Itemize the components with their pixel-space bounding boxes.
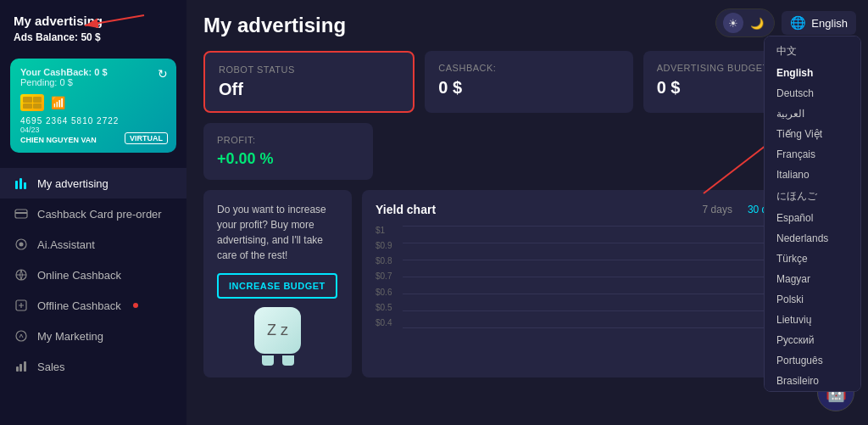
lang-item-ar[interactable]: العربية xyxy=(765,103,860,124)
sidebar-item-cashback-card[interactable]: Cashback Card pre-order xyxy=(0,199,186,229)
robot-sleep-icon: Z z xyxy=(267,322,288,339)
language-trigger[interactable]: 🌐 English xyxy=(782,11,856,35)
y-label-08: $0.8 xyxy=(376,256,399,266)
robot-status-label: ROBOT STATUS xyxy=(219,64,399,75)
robot-status-value: Off xyxy=(219,80,399,99)
profit-label: PROFIT: xyxy=(217,135,359,145)
lang-item-ru[interactable]: Русский xyxy=(765,330,860,350)
sidebar-title-text: My advertising xyxy=(14,14,103,28)
svg-rect-2 xyxy=(24,182,26,189)
nav-label-sales: Sales xyxy=(37,361,65,373)
globe-icon: 🌐 xyxy=(790,15,806,31)
promo-card: Do you want to increase your profit? Buy… xyxy=(203,190,352,377)
card-icon xyxy=(14,206,29,221)
sun-icon: ☀ xyxy=(728,17,738,30)
online-icon xyxy=(14,267,29,282)
chip-icon xyxy=(20,94,44,111)
lang-item-it[interactable]: Italiano xyxy=(765,165,860,185)
nav-label-offline-cashback: Offline Cashback xyxy=(37,299,121,312)
sidebar-item-my-advertising[interactable]: My advertising xyxy=(0,168,186,199)
svg-rect-12 xyxy=(24,361,26,372)
theme-moon-button[interactable]: 🌙 xyxy=(747,13,767,33)
robot-foot-right xyxy=(282,355,294,366)
lang-item-pl[interactable]: Polski xyxy=(765,289,860,310)
lang-item-es[interactable]: Español xyxy=(765,208,860,228)
theme-toggle[interactable]: ☀ 🌙 xyxy=(715,8,775,37)
nav-label-my-marketing: My Marketing xyxy=(37,330,103,343)
lang-item-de[interactable]: Deutsch xyxy=(765,83,860,103)
sidebar-item-offline-cashback[interactable]: Offline Cashback xyxy=(0,290,186,321)
lang-item-zh[interactable]: 中文 xyxy=(765,40,860,63)
card-number: 4695 2364 5810 2722 xyxy=(20,116,166,126)
theme-sun-button[interactable]: ☀ xyxy=(723,13,743,33)
stats-row-2: PROFIT: +0.00 % xyxy=(203,123,851,180)
ads-balance-label: Ads Balance: xyxy=(14,31,78,43)
chart-y-labels: $1 $0.9 $0.8 $0.7 $0.6 $0.5 $0.4 xyxy=(376,226,399,327)
robot-illustration: Z z xyxy=(217,307,338,366)
lang-item-br[interactable]: Brasileiro xyxy=(765,371,860,391)
lang-item-nl[interactable]: Nederlands xyxy=(765,228,860,249)
cashback-pending: Pending: 0 $ xyxy=(20,77,166,87)
svg-rect-11 xyxy=(19,364,22,372)
svg-point-6 xyxy=(19,243,24,247)
language-dropdown: 中文 English Deutsch العربية Tiếng Việt Fr… xyxy=(764,36,861,392)
wifi-icon: 📶 xyxy=(51,96,65,109)
robot-foot-left xyxy=(262,355,274,366)
y-label-04: $0.4 xyxy=(376,318,399,327)
lang-item-lt[interactable]: Lietuvių xyxy=(765,310,860,330)
y-label-1: $1 xyxy=(376,226,399,235)
bottom-row: Do you want to increase your profit? Buy… xyxy=(203,190,851,377)
increase-budget-button[interactable]: INCREASE BUDGET xyxy=(217,273,337,299)
ai-icon xyxy=(14,237,29,252)
selected-language: English xyxy=(811,17,848,30)
robot-body-container: Z z xyxy=(250,307,305,366)
refresh-icon[interactable]: ↻ xyxy=(158,67,168,81)
robot-body: Z z xyxy=(254,307,301,354)
offline-cashback-dot xyxy=(133,303,138,308)
ads-balance: Ads Balance: 50 $ xyxy=(14,31,173,43)
y-label-05: $0.5 xyxy=(376,303,399,312)
svg-rect-10 xyxy=(16,366,19,372)
sidebar-header: My advertising Ads Balance: 50 $ xyxy=(0,0,186,50)
nav-label-cashback-card: Cashback Card pre-order xyxy=(37,208,162,221)
ads-balance-value: 50 $ xyxy=(81,31,100,43)
sidebar: My advertising Ads Balance: 50 $ Your Ca… xyxy=(0,0,186,425)
period-7-days[interactable]: 7 days xyxy=(699,202,736,217)
sidebar-title: My advertising xyxy=(14,14,173,28)
lang-item-fr[interactable]: Français xyxy=(765,144,860,165)
lang-item-en[interactable]: English xyxy=(765,63,860,83)
yield-chart-title: Yield chart xyxy=(376,203,436,216)
y-label-09: $0.9 xyxy=(376,241,399,250)
promo-text: Do you want to increase your profit? Buy… xyxy=(217,202,338,263)
lang-item-vi[interactable]: Tiếng Việt xyxy=(765,124,860,144)
nav-label-my-advertising: My advertising xyxy=(37,177,108,190)
lang-item-tr[interactable]: Türkçe xyxy=(765,249,860,269)
sidebar-item-my-marketing[interactable]: My Marketing xyxy=(0,321,186,351)
stats-row-1: ROBOT STATUS Off CASHBACK: 0 $ ADVERTISI… xyxy=(203,51,851,113)
card-chip-row: 📶 xyxy=(20,94,166,111)
robot-status-card: ROBOT STATUS Off xyxy=(203,51,415,113)
lang-item-pt[interactable]: Português xyxy=(765,350,860,371)
svg-rect-0 xyxy=(15,181,18,189)
y-label-07: $0.7 xyxy=(376,271,399,281)
language-selector[interactable]: 🌐 English xyxy=(782,11,856,35)
nav-label-ai-assistant: Ai.Assistant xyxy=(37,238,95,251)
chip-lines xyxy=(23,97,42,109)
lang-item-ja[interactable]: にほんご xyxy=(765,185,860,208)
svg-rect-1 xyxy=(19,178,22,189)
profit-card: PROFIT: +0.00 % xyxy=(203,123,373,180)
cashback-label: CASHBACK: xyxy=(438,63,619,73)
profit-value: +0.00 % xyxy=(217,150,359,168)
moon-icon: 🌙 xyxy=(750,17,764,30)
sidebar-item-ai-assistant[interactable]: Ai.Assistant xyxy=(0,229,186,260)
lang-item-hu[interactable]: Magyar xyxy=(765,269,860,289)
svg-rect-4 xyxy=(15,212,27,214)
virtual-badge: VIRTUAL xyxy=(125,132,168,144)
cashback-card-title: Your CashBack: 0 $ xyxy=(20,67,166,77)
sidebar-item-online-cashback[interactable]: Online Cashback xyxy=(0,260,186,290)
offline-icon xyxy=(14,298,29,313)
cashback-card-widget[interactable]: Your CashBack: 0 $ Pending: 0 $ 📶 4695 2… xyxy=(10,59,176,153)
nav-items: My advertising Cashback Card pre-order A… xyxy=(0,161,186,425)
marketing-icon xyxy=(14,328,29,344)
sidebar-item-sales[interactable]: Sales xyxy=(0,351,186,382)
